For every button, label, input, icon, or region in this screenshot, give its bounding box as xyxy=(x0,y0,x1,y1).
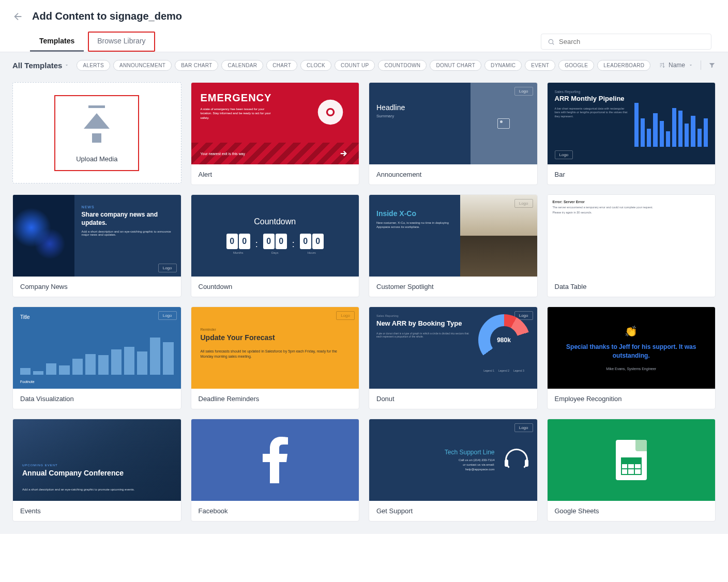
tab-templates[interactable]: Templates xyxy=(30,32,84,52)
card-facebook[interactable]: Facebook xyxy=(191,419,360,522)
events-title: Annual Company Conference xyxy=(22,469,172,477)
alert-exit: Your nearest exit is this way xyxy=(201,152,246,156)
bar-chart-icon xyxy=(634,90,708,147)
card-label: Countdown xyxy=(191,277,359,297)
google-sheets-icon xyxy=(616,440,647,480)
alert-sub: A state of emergency has been issued for… xyxy=(201,107,273,120)
svg-point-0 xyxy=(549,39,553,43)
card-label: Events xyxy=(13,501,181,521)
pill-bar-chart[interactable]: BAR CHART xyxy=(175,60,218,71)
card-label: Customer Spotlight xyxy=(369,277,537,297)
sort-control[interactable]: Name xyxy=(659,62,693,69)
card-countdown[interactable]: Countdown 00Months : 00Days : 00Hours Co… xyxy=(191,194,360,297)
events-desc: Add a short description and an eye-catch… xyxy=(22,487,172,492)
bar-chart-icon xyxy=(20,328,174,375)
pill-countdown[interactable]: COUNTDOWN xyxy=(378,60,427,71)
donut-desc: A pie or donut chart is a type of graph … xyxy=(376,332,471,338)
events-cat: UPCOMING EVENT xyxy=(22,464,172,467)
pill-chart[interactable]: CHART xyxy=(266,60,297,71)
support-desc: Call us on (214) 233-7114 or contact us … xyxy=(378,458,495,472)
world-map-image xyxy=(13,195,74,277)
filter-icon[interactable] xyxy=(708,62,716,69)
card-company-news[interactable]: NEWS Share company news and updates. Add… xyxy=(12,194,181,297)
news-desc: Add a short description and an eye-catch… xyxy=(82,230,174,236)
card-label: Announcement xyxy=(369,164,537,185)
divider xyxy=(701,60,701,70)
deadline-cat: Reminder xyxy=(201,328,350,331)
dataviz-title: Title xyxy=(20,314,174,320)
card-get-support[interactable]: Logo Tech Support Line Call us on (214) … xyxy=(369,419,538,522)
upload-media-card[interactable]: Upload Media xyxy=(12,82,181,183)
card-customer-spotlight[interactable]: Inside X-Co New customer, X-Co, is wasti… xyxy=(369,194,538,297)
news-title: Share company news and updates. xyxy=(82,211,174,227)
conference-room-image xyxy=(460,236,537,277)
card-label: Google Sheets xyxy=(548,501,716,521)
card-google-sheets[interactable]: Google Sheets xyxy=(547,419,716,522)
card-label: Bar xyxy=(548,164,716,185)
search-input[interactable] xyxy=(559,38,705,45)
card-deadline-reminders[interactable]: Logo Reminder Update Your Forecast All s… xyxy=(191,307,360,409)
recognition-attr: Mike Evans, Systems Engineer xyxy=(606,367,656,371)
bar-title: ARR Monthly Pipeline xyxy=(555,95,628,103)
tabs: Templates Browse Library xyxy=(30,32,155,52)
sort-label: Name xyxy=(669,62,685,69)
datatable-msg1: The server encountered a temporary error… xyxy=(553,206,710,209)
donut-chart-icon: 980k xyxy=(478,314,530,366)
card-label: Alert xyxy=(191,164,359,185)
pill-clock[interactable]: CLOCK xyxy=(300,60,331,71)
card-alert[interactable]: EMERGENCY A state of emergency has been … xyxy=(191,82,360,185)
card-label: Deadline Reminders xyxy=(191,389,359,409)
card-label: Data Visualization xyxy=(13,389,181,409)
pill-calendar[interactable]: CALENDAR xyxy=(221,60,263,71)
donut-title: New ARR by Booking Type xyxy=(376,319,471,328)
logo-badge: Logo xyxy=(514,199,533,208)
pill-alerts[interactable]: ALERTS xyxy=(77,60,110,71)
chevron-down-icon xyxy=(64,63,69,68)
pill-event[interactable]: EVENT xyxy=(525,60,555,71)
card-donut[interactable]: Logo Sales Reporting New ARR by Booking … xyxy=(369,307,538,409)
card-label: Donut xyxy=(369,389,537,409)
upload-label: Upload Media xyxy=(76,155,117,163)
search-icon xyxy=(548,38,555,45)
pill-dynamic[interactable]: DYNAMIC xyxy=(484,60,522,71)
pill-google[interactable]: GOOGLE xyxy=(558,60,594,71)
search-box[interactable] xyxy=(541,34,711,50)
card-label: Facebook xyxy=(191,501,359,521)
support-title: Tech Support Line xyxy=(378,449,495,456)
card-events[interactable]: UPCOMING EVENT Annual Company Conference… xyxy=(12,419,181,522)
all-templates-label: All Templates xyxy=(12,61,62,70)
card-announcement[interactable]: Headline Summary Logo Announcement xyxy=(369,82,538,185)
datatable-msg2: Please try again in 30 seconds. xyxy=(553,211,710,214)
logo-badge: Logo xyxy=(336,311,355,320)
logo-badge: Logo xyxy=(158,311,177,320)
card-label: Employee Recognition xyxy=(548,389,716,409)
all-templates-dropdown[interactable]: All Templates xyxy=(12,61,69,70)
datatable-error: Error: Server Error xyxy=(553,200,710,204)
upload-arrow-icon xyxy=(84,113,110,129)
image-placeholder-icon xyxy=(497,118,510,129)
recognition-msg: Special thanks to Jeff for his support. … xyxy=(558,343,705,360)
svg-point-1 xyxy=(328,110,333,115)
card-employee-recognition[interactable]: 👏 Special thanks to Jeff for his support… xyxy=(547,307,716,409)
pill-count-up[interactable]: COUNT UP xyxy=(335,60,375,71)
announce-summary: Summary xyxy=(376,114,463,118)
card-label: Data Table xyxy=(548,277,716,297)
card-bar[interactable]: Sales Reporting ARR Monthly Pipeline A b… xyxy=(547,82,716,185)
page-title: Add Content to signage_demo xyxy=(32,10,182,22)
tab-browse-library[interactable]: Browse Library xyxy=(88,32,155,52)
upload-bar-icon xyxy=(88,105,105,108)
applause-icon: 👏 xyxy=(625,325,638,338)
facebook-icon xyxy=(261,437,290,483)
pill-announcement[interactable]: ANNOUNCEMENT xyxy=(113,60,172,71)
dataviz-footnote: Footnote xyxy=(20,380,35,384)
donut-cat: Sales Reporting xyxy=(376,314,471,317)
announce-headline: Headline xyxy=(376,103,463,112)
pill-donut-chart[interactable]: DONUT CHART xyxy=(430,60,481,71)
back-arrow-icon[interactable] xyxy=(12,11,24,22)
card-data-visualization[interactable]: Logo Title Footnote Data Visualization xyxy=(12,307,181,409)
logo-badge: Logo xyxy=(555,150,573,159)
pill-leaderboard[interactable]: LEADERBOARD xyxy=(597,60,650,71)
deadline-desc: All sales forecasts should be updated in… xyxy=(201,349,350,359)
card-label: Get Support xyxy=(369,501,537,521)
card-data-table[interactable]: Error: Server Error The server encounter… xyxy=(547,194,716,297)
